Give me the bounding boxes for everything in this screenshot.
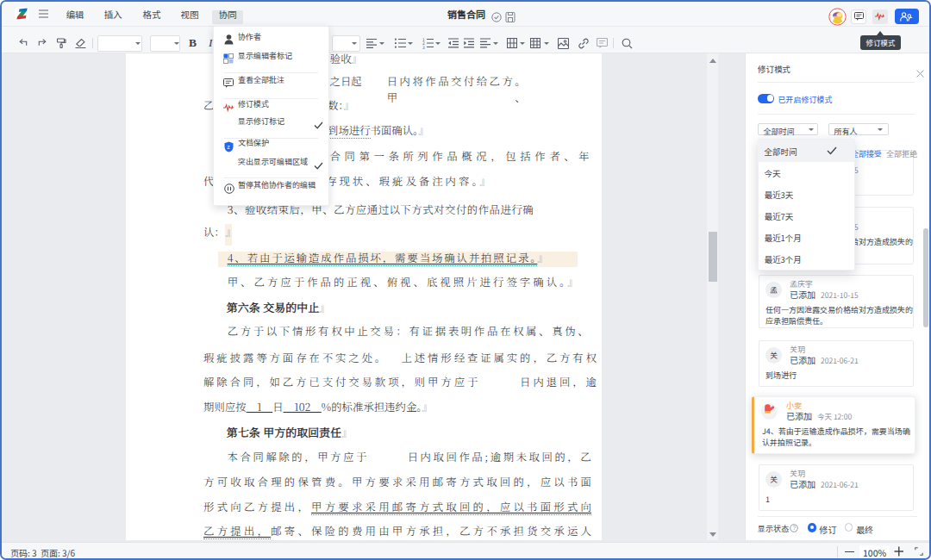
svg-text:z: z	[227, 144, 230, 150]
svg-text:?: ?	[792, 524, 796, 532]
svg-text:3: 3	[422, 44, 425, 49]
